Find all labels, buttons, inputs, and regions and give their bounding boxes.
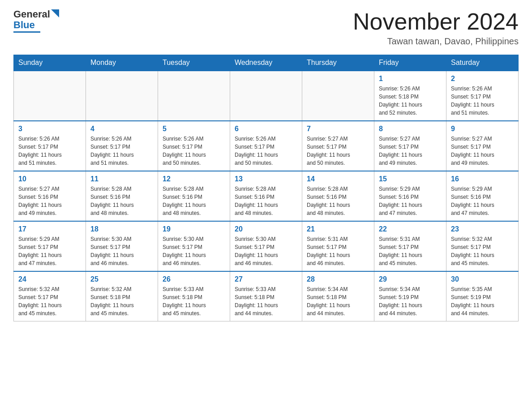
title-section: November 2024 Tawan tawan, Davao, Philip… [353,9,519,47]
calendar-cell [230,71,302,121]
calendar-cell [86,71,158,121]
svg-marker-0 [51,9,59,17]
day-number: 10 [18,175,81,183]
calendar-cell: 7Sunrise: 5:27 AMSunset: 5:17 PMDaylight… [302,121,374,171]
calendar-cell: 25Sunrise: 5:32 AMSunset: 5:18 PMDayligh… [86,271,158,321]
calendar-cell: 18Sunrise: 5:30 AMSunset: 5:17 PMDayligh… [86,221,158,271]
day-info: Sunrise: 5:28 AMSunset: 5:16 PMDaylight:… [235,185,297,217]
calendar-cell [302,71,374,121]
day-number: 4 [90,125,153,133]
day-info: Sunrise: 5:32 AMSunset: 5:17 PMDaylight:… [451,235,514,267]
week-row-4: 17Sunrise: 5:29 AMSunset: 5:17 PMDayligh… [14,221,519,271]
day-info: Sunrise: 5:34 AMSunset: 5:18 PMDaylight:… [307,285,369,317]
calendar-cell: 10Sunrise: 5:27 AMSunset: 5:16 PMDayligh… [14,171,86,221]
day-info: Sunrise: 5:26 AMSunset: 5:17 PMDaylight:… [451,85,514,117]
calendar-cell: 8Sunrise: 5:27 AMSunset: 5:17 PMDaylight… [374,121,446,171]
day-info: Sunrise: 5:32 AMSunset: 5:17 PMDaylight:… [18,285,81,317]
logo-triangle-icon [51,9,59,17]
week-row-1: 1Sunrise: 5:26 AMSunset: 5:18 PMDaylight… [14,71,519,121]
day-info: Sunrise: 5:27 AMSunset: 5:17 PMDaylight:… [307,135,369,167]
calendar-cell: 17Sunrise: 5:29 AMSunset: 5:17 PMDayligh… [14,221,86,271]
weekday-header-friday: Friday [374,55,446,71]
logo-general: General [13,9,50,20]
week-row-3: 10Sunrise: 5:27 AMSunset: 5:16 PMDayligh… [14,171,519,221]
calendar-cell: 2Sunrise: 5:26 AMSunset: 5:17 PMDaylight… [446,71,519,121]
day-number: 2 [451,75,514,83]
calendar-cell: 5Sunrise: 5:26 AMSunset: 5:17 PMDaylight… [158,121,230,171]
day-info: Sunrise: 5:26 AMSunset: 5:18 PMDaylight:… [379,85,442,117]
calendar-cell: 29Sunrise: 5:34 AMSunset: 5:19 PMDayligh… [374,271,446,321]
day-number: 24 [18,275,81,283]
weekday-header-sunday: Sunday [14,55,86,71]
day-info: Sunrise: 5:27 AMSunset: 5:17 PMDaylight:… [379,135,442,167]
logo-underline [13,31,40,33]
logo: General Blue [13,9,59,33]
day-info: Sunrise: 5:28 AMSunset: 5:16 PMDaylight:… [90,185,153,217]
day-number: 18 [90,225,153,233]
day-number: 19 [163,225,225,233]
day-info: Sunrise: 5:26 AMSunset: 5:17 PMDaylight:… [90,135,153,167]
day-info: Sunrise: 5:35 AMSunset: 5:19 PMDaylight:… [451,285,514,317]
weekday-header-thursday: Thursday [302,55,374,71]
calendar-cell [14,71,86,121]
day-number: 1 [379,75,442,83]
subtitle: Tawan tawan, Davao, Philippines [353,36,519,47]
weekday-header-wednesday: Wednesday [230,55,302,71]
day-number: 21 [307,225,369,233]
day-info: Sunrise: 5:31 AMSunset: 5:17 PMDaylight:… [307,235,369,267]
day-number: 26 [163,275,225,283]
day-info: Sunrise: 5:28 AMSunset: 5:16 PMDaylight:… [163,185,225,217]
calendar-table: SundayMondayTuesdayWednesdayThursdayFrid… [13,55,519,321]
week-row-5: 24Sunrise: 5:32 AMSunset: 5:17 PMDayligh… [14,271,519,321]
calendar-cell: 1Sunrise: 5:26 AMSunset: 5:18 PMDaylight… [374,71,446,121]
day-info: Sunrise: 5:32 AMSunset: 5:18 PMDaylight:… [90,285,153,317]
day-info: Sunrise: 5:27 AMSunset: 5:17 PMDaylight:… [451,135,514,167]
calendar-cell: 16Sunrise: 5:29 AMSunset: 5:16 PMDayligh… [446,171,519,221]
day-info: Sunrise: 5:28 AMSunset: 5:16 PMDaylight:… [307,185,369,217]
calendar-cell: 14Sunrise: 5:28 AMSunset: 5:16 PMDayligh… [302,171,374,221]
day-info: Sunrise: 5:34 AMSunset: 5:19 PMDaylight:… [379,285,442,317]
day-info: Sunrise: 5:33 AMSunset: 5:18 PMDaylight:… [235,285,297,317]
day-info: Sunrise: 5:31 AMSunset: 5:17 PMDaylight:… [379,235,442,267]
day-info: Sunrise: 5:26 AMSunset: 5:17 PMDaylight:… [163,135,225,167]
day-info: Sunrise: 5:30 AMSunset: 5:17 PMDaylight:… [163,235,225,267]
logo-blue: Blue [13,19,35,30]
day-number: 14 [307,175,369,183]
day-number: 15 [379,175,442,183]
calendar-cell: 20Sunrise: 5:30 AMSunset: 5:17 PMDayligh… [230,221,302,271]
calendar-cell: 19Sunrise: 5:30 AMSunset: 5:17 PMDayligh… [158,221,230,271]
calendar-cell: 23Sunrise: 5:32 AMSunset: 5:17 PMDayligh… [446,221,519,271]
calendar-cell: 11Sunrise: 5:28 AMSunset: 5:16 PMDayligh… [86,171,158,221]
day-number: 11 [90,175,153,183]
calendar-cell: 15Sunrise: 5:29 AMSunset: 5:16 PMDayligh… [374,171,446,221]
calendar-cell: 24Sunrise: 5:32 AMSunset: 5:17 PMDayligh… [14,271,86,321]
day-info: Sunrise: 5:30 AMSunset: 5:17 PMDaylight:… [90,235,153,267]
weekday-header-tuesday: Tuesday [158,55,230,71]
calendar-cell: 27Sunrise: 5:33 AMSunset: 5:18 PMDayligh… [230,271,302,321]
day-info: Sunrise: 5:29 AMSunset: 5:16 PMDaylight:… [451,185,514,217]
day-info: Sunrise: 5:33 AMSunset: 5:18 PMDaylight:… [163,285,225,317]
day-number: 12 [163,175,225,183]
weekday-header-saturday: Saturday [446,55,519,71]
day-info: Sunrise: 5:26 AMSunset: 5:17 PMDaylight:… [235,135,297,167]
day-number: 29 [379,275,442,283]
day-number: 20 [235,225,297,233]
calendar-cell: 12Sunrise: 5:28 AMSunset: 5:16 PMDayligh… [158,171,230,221]
calendar-cell: 3Sunrise: 5:26 AMSunset: 5:17 PMDaylight… [14,121,86,171]
day-number: 27 [235,275,297,283]
day-number: 8 [379,125,442,133]
day-number: 6 [235,125,297,133]
weekday-header-row: SundayMondayTuesdayWednesdayThursdayFrid… [14,55,519,71]
day-info: Sunrise: 5:29 AMSunset: 5:16 PMDaylight:… [379,185,442,217]
weekday-header-monday: Monday [86,55,158,71]
day-number: 13 [235,175,297,183]
day-number: 25 [90,275,153,283]
day-info: Sunrise: 5:29 AMSunset: 5:17 PMDaylight:… [18,235,81,267]
day-number: 30 [451,275,514,283]
calendar-cell: 28Sunrise: 5:34 AMSunset: 5:18 PMDayligh… [302,271,374,321]
day-number: 17 [18,225,81,233]
calendar-cell: 9Sunrise: 5:27 AMSunset: 5:17 PMDaylight… [446,121,519,171]
calendar-cell [158,71,230,121]
calendar-cell: 30Sunrise: 5:35 AMSunset: 5:19 PMDayligh… [446,271,519,321]
day-number: 23 [451,225,514,233]
